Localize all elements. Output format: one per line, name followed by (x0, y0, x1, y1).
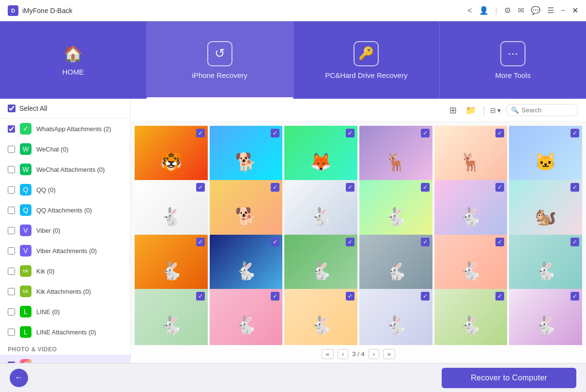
photo-select-checkbox[interactable]: ✓ (196, 183, 205, 192)
sidebar-item-wechat[interactable]: W WeChat (0) (0, 139, 130, 159)
photo-cell[interactable]: 🐇✓ (284, 289, 357, 345)
photo-select-checkbox[interactable]: ✓ (196, 129, 205, 137)
photo-select-checkbox[interactable]: ✓ (421, 183, 430, 192)
filter-button[interactable]: ⊟ ▾ (490, 106, 501, 114)
menu-icon[interactable]: ☰ (547, 6, 554, 15)
photo-select-checkbox[interactable]: ✓ (571, 238, 579, 246)
toolbar-separator: | (483, 105, 485, 116)
photo-select-checkbox[interactable]: ✓ (271, 238, 279, 246)
viber-attach-icon: V (20, 245, 31, 256)
search-input[interactable] (522, 106, 573, 114)
sidebar-item-wechat-attachments[interactable]: W WeChat Attachments (0) (0, 159, 130, 180)
checkbox-line[interactable] (8, 308, 15, 316)
photo-select-checkbox[interactable]: ✓ (495, 129, 504, 137)
recover-button[interactable]: Recover to Computer (442, 368, 576, 388)
photo-select-checkbox[interactable]: ✓ (196, 238, 205, 246)
last-page-button[interactable]: » (383, 349, 395, 359)
tab-more-tools-label: More Tools (495, 71, 531, 79)
sidebar-item-label: Viber Attachments (0) (36, 247, 97, 255)
titlebar-right: < 👤 | ⚙ ✉ 💬 ☰ − ✕ (467, 6, 578, 15)
photo-select-checkbox[interactable]: ✓ (196, 292, 205, 301)
sidebar-item-label: LINE (0) (36, 308, 60, 316)
grid-view-button[interactable]: ⊞ (447, 103, 459, 118)
photo-select-checkbox[interactable]: ✓ (271, 292, 279, 301)
back-button[interactable]: ← (10, 369, 28, 387)
photo-select-checkbox[interactable]: ✓ (495, 292, 504, 301)
photo-select-checkbox[interactable]: ✓ (346, 238, 355, 246)
more-tools-icon: ··· (500, 41, 525, 66)
pc-recovery-icon: 🔑 (354, 41, 379, 66)
photo-cell[interactable]: 🐇✓ (359, 289, 432, 345)
select-all-checkbox[interactable] (8, 105, 15, 112)
photo-select-checkbox[interactable]: ✓ (346, 129, 355, 137)
wechat-attach-icon: W (20, 164, 31, 175)
photo-select-checkbox[interactable]: ✓ (421, 292, 430, 301)
photo-select-checkbox[interactable]: ✓ (571, 129, 579, 137)
photo-select-checkbox[interactable]: ✓ (421, 129, 430, 137)
select-all-label: Select All (19, 105, 47, 112)
minimize-button[interactable]: − (561, 6, 565, 15)
photo-cell[interactable]: 🐇✓ (509, 289, 582, 345)
photo-select-checkbox[interactable]: ✓ (495, 238, 504, 246)
sidebar-item-label: Kik Attachments (0) (36, 288, 91, 295)
first-page-button[interactable]: « (322, 349, 334, 359)
photo-cell[interactable]: 🐇✓ (210, 289, 283, 345)
sidebar-item-label: Viber (0) (36, 227, 61, 234)
photo-select-checkbox[interactable]: ✓ (271, 129, 279, 137)
photo-select-checkbox[interactable]: ✓ (346, 183, 355, 192)
photo-cell[interactable]: 🐇✓ (135, 289, 208, 345)
checkbox-viber-attachments[interactable] (8, 247, 15, 255)
checkbox-qq[interactable] (8, 186, 15, 194)
photo-select-checkbox[interactable]: ✓ (571, 183, 579, 192)
close-button[interactable]: ✕ (572, 6, 578, 15)
checkbox-wechat-attachments[interactable] (8, 166, 15, 173)
home-icon: 🏠 (63, 45, 83, 63)
content-toolbar: ⊞ 📁 | ⊟ ▾ 🔍 (131, 99, 586, 122)
sidebar-item-line[interactable]: L LINE (0) (0, 302, 130, 322)
share-icon[interactable]: < (467, 6, 472, 15)
sidebar-item-qq[interactable]: Q QQ (0) (0, 180, 130, 200)
checkbox-qq-attachments[interactable] (8, 207, 15, 214)
checkbox-viber[interactable] (8, 227, 15, 234)
checkbox-kik[interactable] (8, 268, 15, 275)
sidebar-item-kik-attachments[interactable]: kik Kik Attachments (0) (0, 281, 130, 302)
kik-attach-icon: kik (20, 286, 31, 297)
photo-select-checkbox[interactable]: ✓ (346, 292, 355, 301)
photo-cell[interactable]: 🐇✓ (434, 289, 508, 345)
sidebar-item-viber[interactable]: V Viber (0) (0, 220, 130, 241)
sidebar-item-photos[interactable]: 🌸 Photos (83) (0, 355, 130, 363)
chat-icon[interactable]: 💬 (531, 6, 540, 15)
profile-icon[interactable]: 👤 (479, 6, 489, 15)
tab-home-label: HOME (62, 68, 84, 76)
section-photo-video: Photo & Video (0, 342, 130, 355)
tab-iphone-recovery[interactable]: ↺ iPhone Recovery (147, 21, 293, 99)
sidebar-item-qq-attachments[interactable]: Q QQ Attachments (0) (0, 200, 130, 220)
tab-pc-recovery[interactable]: 🔑 PC&Hard Drive Recovery (293, 21, 440, 99)
checkbox-photos[interactable] (8, 362, 15, 363)
sidebar-item-label: Photos (83) (36, 362, 69, 363)
tab-home[interactable]: 🏠 HOME (0, 21, 147, 99)
sidebar-item-whatsapp-attachments[interactable]: ✓ WhatsApp Attachments (2) (0, 119, 130, 139)
settings-icon[interactable]: ⚙ (504, 6, 511, 15)
checkbox-line-attachments[interactable] (8, 329, 15, 336)
photo-select-checkbox[interactable]: ✓ (571, 292, 579, 301)
sidebar-item-line-attachments[interactable]: L LINE Attachments (0) (0, 322, 130, 342)
checkbox-kik-attachments[interactable] (8, 288, 15, 295)
prev-page-button[interactable]: ‹ (338, 349, 348, 359)
tab-more-tools[interactable]: ··· More Tools (440, 21, 586, 99)
sidebar-item-viber-attachments[interactable]: V Viber Attachments (0) (0, 241, 130, 261)
sidebar-item-label: WhatsApp Attachments (2) (36, 125, 111, 133)
photo-select-checkbox[interactable]: ✓ (421, 238, 430, 246)
photo-select-checkbox[interactable]: ✓ (495, 183, 504, 192)
next-page-button[interactable]: › (369, 349, 379, 359)
line-icon: L (20, 306, 31, 317)
photo-select-checkbox[interactable]: ✓ (271, 183, 279, 192)
sidebar-item-kik[interactable]: kik Kik (0) (0, 261, 130, 281)
checkbox-wechat[interactable] (8, 146, 15, 153)
filter-chevron-icon: ▾ (497, 106, 501, 114)
tab-pc-recovery-label: PC&Hard Drive Recovery (325, 71, 407, 79)
list-view-button[interactable]: 📁 (463, 103, 478, 118)
checkbox-whatsapp-attachments[interactable] (8, 125, 15, 133)
mail-icon[interactable]: ✉ (518, 6, 524, 15)
photo-grid: 🐯✓ 🐕✓ 🦊✓ 🦌✓ 🦌✓ 🐱✓ 🐇✓ 🐕✓ 🐇✓ 🐇✓ 🐇✓ 🐿️✓ 🐇✓ … (131, 122, 586, 345)
